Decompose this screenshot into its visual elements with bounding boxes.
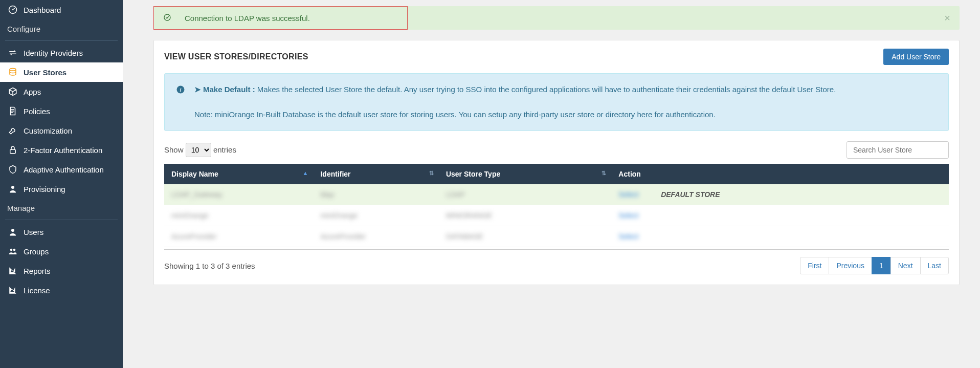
sidebar-section-manage: Manage <box>0 199 123 218</box>
sidebar-item-groups[interactable]: Groups <box>0 242 123 261</box>
make-default-label: ➤Make Default : <box>194 85 255 94</box>
table-row: AzureProvider AzureProvider DATABASE Sel… <box>164 226 949 247</box>
users-icon <box>7 247 18 256</box>
success-alert: Connection to LDAP was successful. × <box>153 6 960 30</box>
info-box: i ➤Make Default : Makes the selected Use… <box>164 73 949 131</box>
sidebar-item-identity-providers[interactable]: Identity Providers <box>0 43 123 62</box>
sidebar-item-policies[interactable]: Policies <box>0 101 123 121</box>
document-icon <box>7 106 18 116</box>
col-type[interactable]: User Store Type ⇅ <box>439 164 611 184</box>
sort-icon: ⇅ <box>429 170 434 177</box>
table-row: miniOrange miniOrange MINIORANGE Select <box>164 205 949 226</box>
row-action-link[interactable]: Select <box>618 232 638 241</box>
sidebar-item-label: Provisioning <box>24 185 65 193</box>
sidebar-item-label: User Stores <box>24 68 66 77</box>
cursor-icon: ➤ <box>194 85 201 94</box>
svg-text:i: i <box>180 87 182 93</box>
pager-previous[interactable]: Previous <box>829 257 872 274</box>
sidebar-item-label: Policies <box>24 107 50 116</box>
lock-icon <box>7 145 18 155</box>
user-icon <box>7 184 18 193</box>
default-store-badge: DEFAULT STORE <box>661 190 720 199</box>
entries-selector: Show 10 entries <box>164 143 236 157</box>
table-info: Showing 1 to 3 of 3 entries <box>164 262 255 270</box>
pager-next[interactable]: Next <box>890 257 921 274</box>
svg-point-7 <box>13 249 16 251</box>
add-user-store-button[interactable]: Add User Store <box>883 49 949 65</box>
chart-icon <box>7 286 18 295</box>
user-stores-panel: VIEW USER STORES/DIRECTORIES Add User St… <box>153 40 960 285</box>
sidebar-item-label: Customization <box>24 126 72 135</box>
search-input[interactable] <box>847 141 949 159</box>
svg-point-4 <box>11 186 14 189</box>
sidebar-item-license[interactable]: License <box>0 280 123 300</box>
sidebar-item-label: Users <box>24 228 43 236</box>
sidebar-item-label: Apps <box>24 88 41 96</box>
panel-title: VIEW USER STORES/DIRECTORIES <box>164 52 308 61</box>
dashboard-icon <box>7 5 18 14</box>
sidebar-item-user-stores[interactable]: User Stores <box>0 62 123 82</box>
sidebar-item-provisioning[interactable]: Provisioning <box>0 179 123 199</box>
svg-point-1 <box>12 9 13 10</box>
sidebar-item-label: Groups <box>24 247 49 256</box>
info-icon: i <box>176 85 185 120</box>
svg-rect-3 <box>10 149 16 154</box>
table-row: LDAP_Gateway ldap LDAP Select DEFAULT ST… <box>164 184 949 205</box>
sidebar-item-label: License <box>24 286 50 295</box>
database-icon <box>7 68 18 77</box>
chart-icon <box>7 266 18 275</box>
col-action: Action <box>611 164 949 184</box>
shield-icon <box>7 165 18 174</box>
sidebar-item-label: Reports <box>24 267 51 275</box>
alert-message: Connection to LDAP was successful. <box>185 14 310 23</box>
svg-point-5 <box>11 229 14 232</box>
col-identifier[interactable]: Identifier ⇅ <box>313 164 438 184</box>
svg-point-2 <box>10 69 16 71</box>
sort-asc-icon: ▲ <box>303 170 308 176</box>
sidebar-item-label: Identity Providers <box>24 49 83 57</box>
sidebar-item-dashboard[interactable]: Dashboard <box>0 0 123 19</box>
row-action-link[interactable]: Select <box>618 211 638 220</box>
sidebar-item-adaptive[interactable]: Adaptive Authentication <box>0 160 123 179</box>
info-note: Note: miniOrange In-Built Database is th… <box>194 109 836 121</box>
pagination: First Previous 1 Next Last <box>800 257 949 274</box>
user-icon <box>7 227 18 236</box>
check-circle-icon <box>163 13 171 23</box>
sidebar-item-apps[interactable]: Apps <box>0 82 123 101</box>
box-icon <box>7 87 18 96</box>
swap-icon <box>7 48 18 57</box>
pager-page-1[interactable]: 1 <box>872 257 891 274</box>
svg-point-6 <box>10 249 13 251</box>
sidebar-item-customization[interactable]: Customization <box>0 121 123 140</box>
col-display-name[interactable]: Display Name ▲ <box>164 164 313 184</box>
pager-first[interactable]: First <box>800 257 829 274</box>
sidebar-item-users[interactable]: Users <box>0 222 123 242</box>
sidebar-item-reports[interactable]: Reports <box>0 261 123 280</box>
alert-close-button[interactable]: × <box>944 12 950 24</box>
row-action-link[interactable]: Select <box>618 190 638 199</box>
wrench-icon <box>7 126 18 135</box>
sort-icon: ⇅ <box>602 170 606 177</box>
main-content: Connection to LDAP was successful. × VIE… <box>123 0 980 368</box>
pager-last[interactable]: Last <box>920 257 949 274</box>
sidebar-item-2fa[interactable]: 2-Factor Authentication <box>0 140 123 160</box>
make-default-text: Makes the selected User Store the defaul… <box>255 85 836 94</box>
sidebar: Dashboard Configure Identity Providers U… <box>0 0 123 368</box>
sidebar-item-label: Dashboard <box>24 6 61 14</box>
sidebar-section-configure: Configure <box>0 19 123 38</box>
page-size-select[interactable]: 10 <box>186 143 211 157</box>
svg-point-8 <box>164 14 170 20</box>
user-stores-table: Display Name ▲ Identifier ⇅ User Store T… <box>164 164 949 247</box>
sidebar-item-label: Adaptive Authentication <box>24 165 104 174</box>
sidebar-item-label: 2-Factor Authentication <box>24 146 102 155</box>
